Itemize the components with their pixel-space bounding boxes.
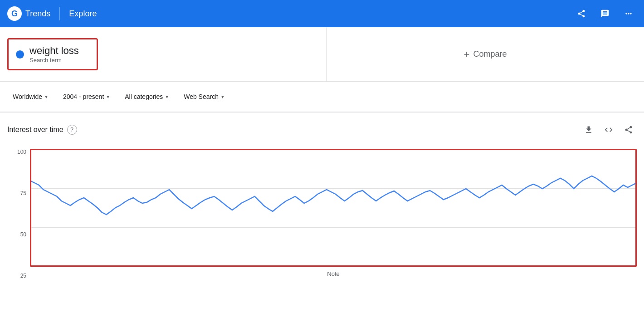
- region-label: Worldwide: [13, 93, 42, 100]
- search-area: weight loss Search term + Compare: [0, 27, 644, 82]
- y-label-75: 75: [9, 190, 26, 196]
- chart-header: Interest over time ?: [7, 122, 637, 138]
- search-type-label: Web Search: [184, 93, 219, 100]
- chart-section: Interest over time ?: [0, 113, 644, 293]
- term-type: Search term: [29, 57, 79, 64]
- embed-button[interactable]: [600, 122, 617, 138]
- search-term-box: weight loss Search term: [7, 38, 98, 70]
- chart-note: Note: [327, 270, 339, 277]
- notification-icon[interactable]: [597, 5, 613, 22]
- note-area: Note: [30, 267, 637, 279]
- header-right: [573, 5, 637, 22]
- app-header: G Trends Explore: [0, 0, 644, 27]
- region-filter[interactable]: Worldwide ▼: [7, 89, 54, 104]
- search-type-dropdown-arrow: ▼: [220, 94, 225, 99]
- help-icon-label: ?: [70, 127, 73, 133]
- search-term-panel: weight loss Search term: [0, 27, 327, 81]
- term-name: weight loss: [29, 45, 79, 57]
- compare-plus-icon: +: [464, 49, 470, 60]
- grid-line-25: [30, 267, 637, 267]
- help-icon[interactable]: ?: [67, 125, 77, 135]
- category-dropdown-arrow: ▼: [165, 94, 169, 99]
- chart-share-button[interactable]: [620, 122, 637, 138]
- time-range-filter[interactable]: 2004 - present ▼: [58, 89, 116, 104]
- y-axis: 100 75 50 25: [7, 149, 28, 279]
- term-info: weight loss Search term: [29, 45, 79, 64]
- header-divider: [59, 7, 60, 20]
- google-trends-logo: G Trends: [7, 6, 50, 21]
- search-type-filter[interactable]: Web Search ▼: [178, 89, 230, 104]
- time-range-label: 2004 - present: [63, 93, 104, 100]
- share-icon[interactable]: [573, 5, 590, 22]
- apps-icon[interactable]: [620, 5, 637, 22]
- compare-panel[interactable]: + Compare: [327, 27, 644, 81]
- y-label-100: 100: [9, 149, 26, 155]
- chart-inner: [30, 149, 637, 267]
- compare-label: Compare: [473, 49, 507, 59]
- category-label: All categories: [125, 93, 163, 100]
- category-filter[interactable]: All categories ▼: [119, 89, 175, 104]
- y-label-25: 25: [9, 273, 26, 279]
- y-label-50: 50: [9, 231, 26, 238]
- chart-title-area: Interest over time ?: [7, 125, 77, 135]
- header-left: G Trends Explore: [7, 6, 97, 21]
- trend-line-chart: [30, 149, 637, 267]
- term-indicator-dot: [16, 50, 24, 59]
- chart-container: 100 75 50 25: [7, 149, 637, 293]
- google-logo-g: G: [7, 6, 22, 21]
- header-nav-explore[interactable]: Explore: [69, 9, 97, 19]
- chart-actions: [581, 122, 637, 138]
- filters-bar: Worldwide ▼ 2004 - present ▼ All categor…: [0, 82, 644, 113]
- region-dropdown-arrow: ▼: [44, 94, 49, 99]
- time-range-dropdown-arrow: ▼: [106, 94, 110, 99]
- download-button[interactable]: [581, 122, 597, 138]
- chart-title: Interest over time: [7, 126, 63, 134]
- logo-name: Trends: [25, 9, 50, 19]
